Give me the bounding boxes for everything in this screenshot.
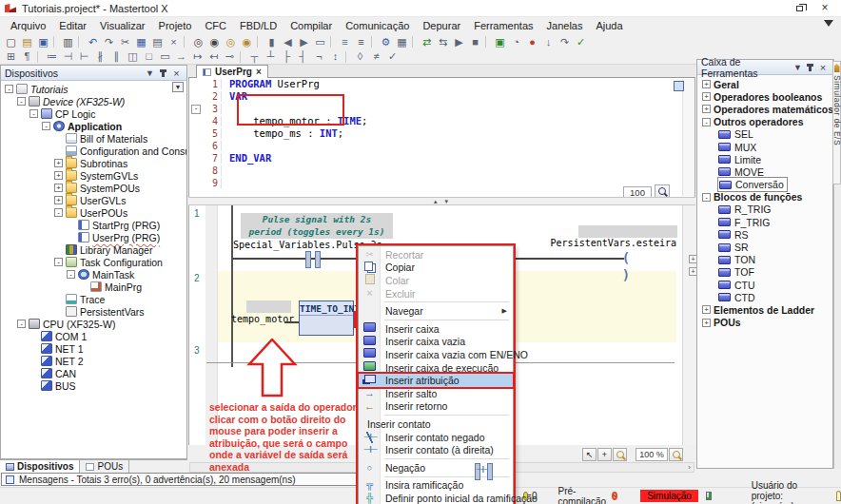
group-expander-icon[interactable]: - bbox=[702, 118, 711, 126]
toolbox-item-sr[interactable]: SR bbox=[697, 241, 832, 253]
pan-tool-button[interactable]: + bbox=[597, 448, 612, 461]
pin-icon[interactable] bbox=[809, 64, 812, 71]
find-icon[interactable]: ◎ bbox=[190, 35, 206, 49]
toolbox-item-rs[interactable]: RS bbox=[697, 228, 832, 241]
toolbox-item-ton[interactable]: TON bbox=[697, 254, 832, 266]
menu-item-inserir-contato-negado[interactable]: Inserir contato negado bbox=[359, 431, 513, 444]
editor-vertical-scrollbar[interactable] bbox=[682, 79, 694, 196]
save-icon[interactable]: ▣ bbox=[35, 35, 51, 49]
breakpoint-icon[interactable]: ● bbox=[524, 35, 540, 49]
toolbox-group-outros-operadores[interactable]: - Outros operadores bbox=[697, 116, 832, 128]
insert-empty-box-icon[interactable]: □ bbox=[141, 49, 157, 64]
replace-project-icon[interactable]: ◉ bbox=[239, 35, 255, 49]
tree-combo-dropdown[interactable]: ▼ bbox=[172, 82, 184, 92]
tree-row[interactable]: - Task Configuration bbox=[1, 256, 186, 268]
undo-icon[interactable]: ↶ bbox=[85, 35, 101, 49]
menu-compilar[interactable]: Compilar bbox=[284, 17, 339, 34]
search-project-icon[interactable]: ◎ bbox=[223, 35, 239, 49]
sep[interactable] bbox=[371, 36, 376, 48]
chevron-down-icon[interactable]: ▼ bbox=[144, 67, 156, 80]
step-over-icon[interactable]: ↷ bbox=[557, 35, 573, 49]
close-tab-icon[interactable]: × bbox=[256, 67, 262, 77]
menu-cfc[interactable]: CFC bbox=[198, 17, 233, 34]
branch-right-icon[interactable]: ┤ bbox=[295, 49, 311, 64]
menu-item-excluir[interactable]: Excluir bbox=[359, 287, 513, 300]
tree-row[interactable]: + SystemPOUs bbox=[1, 182, 186, 194]
bookmark-icon[interactable]: ▮ bbox=[264, 35, 280, 49]
delete-icon[interactable]: × bbox=[166, 35, 182, 49]
cut-icon[interactable]: ✂ bbox=[117, 35, 133, 49]
tree-row[interactable]: NET 1 bbox=[1, 342, 186, 355]
group-expander-icon[interactable]: + bbox=[702, 105, 711, 113]
edge-detect-icon[interactable]: ↕ bbox=[327, 49, 343, 64]
comment-icon[interactable]: ¶ bbox=[19, 49, 35, 64]
tree-expander-icon[interactable]: + bbox=[54, 184, 63, 192]
tree-row[interactable]: - Tutoriais bbox=[1, 83, 186, 95]
restore-window-button[interactable] bbox=[792, 2, 809, 15]
compare-icon[interactable]: ≡ bbox=[337, 35, 353, 49]
tree-row[interactable]: MainPrg bbox=[1, 281, 186, 293]
coil-operand-label[interactable]: PersistentVars.esteira bbox=[513, 238, 676, 248]
tree-row[interactable]: PersistentVars bbox=[1, 305, 186, 318]
tree-expander-icon[interactable]: + bbox=[54, 159, 63, 167]
toolbox-item-ctu[interactable]: CTU bbox=[697, 279, 832, 291]
menu-item-inserir-retorno[interactable]: Inserir retorno bbox=[359, 400, 513, 414]
bookmark-next-icon[interactable]: ▶ bbox=[296, 35, 312, 49]
insert-return-icon[interactable]: ↤ bbox=[205, 49, 222, 64]
close-window-button[interactable]: × bbox=[816, 2, 833, 15]
tree-row[interactable]: CAN bbox=[1, 367, 186, 379]
toolbox-item-conversao[interactable]: Conversão bbox=[697, 179, 832, 191]
tree-row[interactable]: - UserPOUs bbox=[1, 206, 186, 219]
tree-expander-icon[interactable]: - bbox=[17, 97, 26, 106]
messages-box[interactable]: Mensagens - Totais 3 erro(s), 0 advertên… bbox=[1, 473, 376, 486]
zoom-tool-button[interactable] bbox=[613, 448, 627, 461]
sep[interactable] bbox=[345, 51, 350, 63]
sep[interactable] bbox=[412, 36, 417, 48]
menu-item-inserir-atribuicao[interactable]: Inserir atribuição bbox=[359, 374, 513, 387]
tree-row[interactable]: BUS bbox=[1, 379, 186, 392]
build-icon[interactable]: ⚙ bbox=[378, 35, 394, 49]
group-expander-icon[interactable]: + bbox=[702, 92, 711, 101]
branch-icon[interactable]: ┬ bbox=[246, 49, 263, 64]
cursor-tool-button[interactable]: ↖ bbox=[582, 448, 597, 461]
tree-expander-icon[interactable]: + bbox=[54, 196, 63, 204]
menu-item-navegar[interactable]: Navegar bbox=[359, 304, 513, 318]
menu-fbdld[interactable]: FBD/LD bbox=[233, 17, 284, 34]
bookmark-prev-icon[interactable]: ◀ bbox=[280, 35, 296, 49]
tree-row[interactable]: Library Manager bbox=[1, 243, 186, 256]
filter-icon[interactable] bbox=[824, 20, 833, 27]
coil-symbol[interactable] bbox=[617, 249, 638, 266]
tree-expander-icon[interactable]: - bbox=[54, 208, 63, 217]
print-icon[interactable]: ▥ bbox=[60, 35, 76, 49]
tree-expander-icon[interactable]: - bbox=[42, 122, 50, 130]
menu-item-inserir-contato-direita[interactable]: Inserir contato (à direita) bbox=[359, 443, 513, 456]
tab-pous[interactable]: POUs bbox=[80, 460, 129, 473]
insert-box-icon[interactable]: ▭ bbox=[157, 49, 173, 64]
coil-comment-placeholder[interactable] bbox=[578, 225, 677, 238]
toolbox-item-ctd[interactable]: CTD bbox=[697, 291, 832, 303]
branch-left-icon[interactable]: ├ bbox=[279, 49, 295, 64]
simulation-icon[interactable]: ▣ bbox=[492, 35, 508, 49]
menu-depurar[interactable]: Depurar bbox=[416, 17, 467, 34]
compile-check-icon[interactable]: ≠ bbox=[368, 49, 384, 64]
properties-icon[interactable]: ≡ bbox=[353, 35, 369, 49]
tree-expander-icon[interactable]: - bbox=[67, 270, 75, 279]
ladder-zoom-value[interactable]: 100 % bbox=[636, 448, 668, 461]
tree-expander-icon[interactable]: - bbox=[54, 258, 63, 266]
rung1-comment[interactable]: Pulse signal with 2s period (toggles eve… bbox=[241, 213, 393, 239]
sep[interactable] bbox=[184, 36, 188, 48]
step-into-icon[interactable]: ↓ bbox=[540, 35, 557, 49]
editor-splitter[interactable] bbox=[188, 197, 695, 205]
group-expander-icon[interactable]: + bbox=[702, 80, 711, 88]
new-file-icon[interactable]: ▢ bbox=[3, 35, 19, 49]
toolbox-item-tof[interactable]: TOF bbox=[697, 266, 832, 279]
validate-icon[interactable]: ✓ bbox=[384, 49, 401, 64]
chevron-down-icon[interactable]: ▼ bbox=[792, 61, 803, 74]
operand-comment-placeholder[interactable] bbox=[246, 300, 291, 313]
group-expander-icon[interactable]: - bbox=[702, 193, 711, 202]
toolbox-item-mux[interactable]: MUX bbox=[697, 141, 832, 153]
ladder-vertical-scrollbar[interactable] bbox=[682, 205, 695, 445]
insert-jump-icon[interactable]: → bbox=[173, 49, 189, 64]
menu-ferramentas[interactable]: Ferramentas bbox=[467, 17, 539, 34]
contact-symbol[interactable] bbox=[305, 251, 321, 266]
